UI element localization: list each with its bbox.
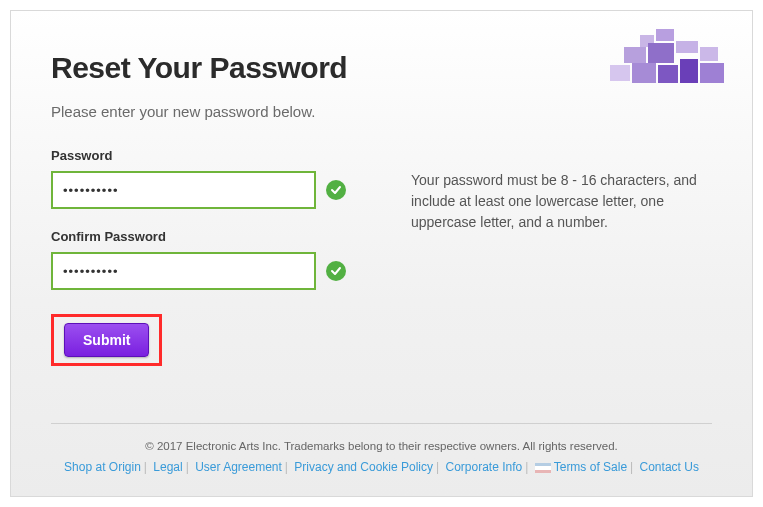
footer-divider xyxy=(51,423,712,424)
confirm-password-row xyxy=(51,252,381,290)
brand-logo xyxy=(610,29,730,89)
page-footer: © 2017 Electronic Arts Inc. Trademarks b… xyxy=(51,423,712,474)
footer-links: Shop at Origin| Legal| User Agreement| P… xyxy=(51,460,712,474)
footer-link-user-agreement[interactable]: User Agreement xyxy=(195,460,282,474)
password-row xyxy=(51,171,381,209)
check-circle-icon xyxy=(326,180,346,200)
submit-button[interactable]: Submit xyxy=(64,323,149,357)
confirm-password-input[interactable] xyxy=(51,252,316,290)
footer-link-terms-of-sale[interactable]: Terms of Sale xyxy=(554,460,627,474)
check-circle-icon xyxy=(326,261,346,281)
footer-link-corporate[interactable]: Corporate Info xyxy=(446,460,523,474)
page-subtitle: Please enter your new password below. xyxy=(51,103,712,120)
footer-link-legal[interactable]: Legal xyxy=(153,460,182,474)
password-requirements: Your password must be 8 - 16 characters,… xyxy=(411,148,712,366)
password-input[interactable] xyxy=(51,171,316,209)
password-label: Password xyxy=(51,148,381,163)
confirm-password-label: Confirm Password xyxy=(51,229,381,244)
footer-link-shop[interactable]: Shop at Origin xyxy=(64,460,141,474)
footer-link-privacy[interactable]: Privacy and Cookie Policy xyxy=(294,460,433,474)
form-left-column: Password Confirm Password Submit xyxy=(51,148,381,366)
form-area: Password Confirm Password Submit Your pa… xyxy=(51,148,712,366)
reset-password-card: Reset Your Password Please enter your ne… xyxy=(10,10,753,497)
footer-link-contact[interactable]: Contact Us xyxy=(640,460,699,474)
copyright-text: © 2017 Electronic Arts Inc. Trademarks b… xyxy=(51,440,712,452)
submit-highlight-box: Submit xyxy=(51,314,162,366)
flag-icon xyxy=(535,463,551,473)
